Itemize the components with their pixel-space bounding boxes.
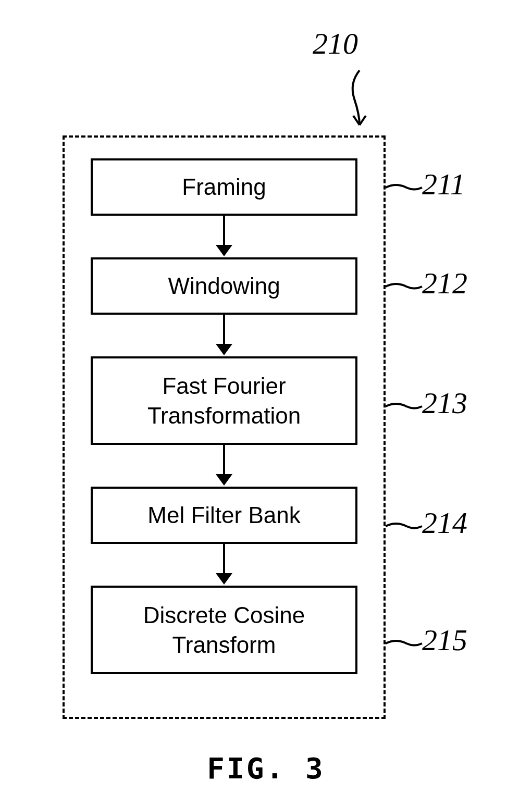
block-mel-filter: Mel Filter Bank (91, 487, 357, 544)
down-arrow-icon (223, 445, 225, 476)
reference-label-214: 214 (422, 505, 467, 540)
connector-line (386, 279, 422, 296)
main-reference-label: 210 (313, 26, 358, 61)
arrow-connector (91, 315, 357, 356)
down-arrow-icon (223, 544, 225, 575)
arrow-connector (91, 216, 357, 257)
block-label: Mel Filter Bank (147, 500, 300, 530)
down-arrow-icon (223, 216, 225, 247)
connector-line (386, 180, 422, 197)
block-label: Framing (182, 172, 266, 202)
connector-line (386, 399, 422, 416)
block-label: Windowing (168, 271, 280, 301)
block-windowing: Windowing (91, 257, 357, 315)
block-dct: Discrete Cosine Transform (91, 586, 357, 674)
block-label: Discrete Cosine Transform (143, 600, 305, 660)
reference-label-212: 212 (422, 266, 467, 301)
reference-label-215: 215 (422, 623, 467, 658)
main-reference-arrow (344, 68, 375, 138)
reference-label-213: 213 (422, 386, 467, 420)
figure-caption: FIG. 3 (207, 751, 325, 785)
block-fft: Fast Fourier Transformation (91, 356, 357, 445)
arrow-connector (91, 544, 357, 586)
reference-label-211: 211 (422, 167, 465, 202)
block-label: Fast Fourier Transformation (147, 371, 301, 430)
down-arrow-icon (223, 315, 225, 346)
arrow-connector (91, 445, 357, 487)
block-framing: Framing (91, 158, 357, 216)
connector-line (386, 636, 422, 653)
diagram-container: Framing Windowing Fast Fourier Transform… (63, 135, 386, 719)
connector-line (386, 518, 422, 536)
